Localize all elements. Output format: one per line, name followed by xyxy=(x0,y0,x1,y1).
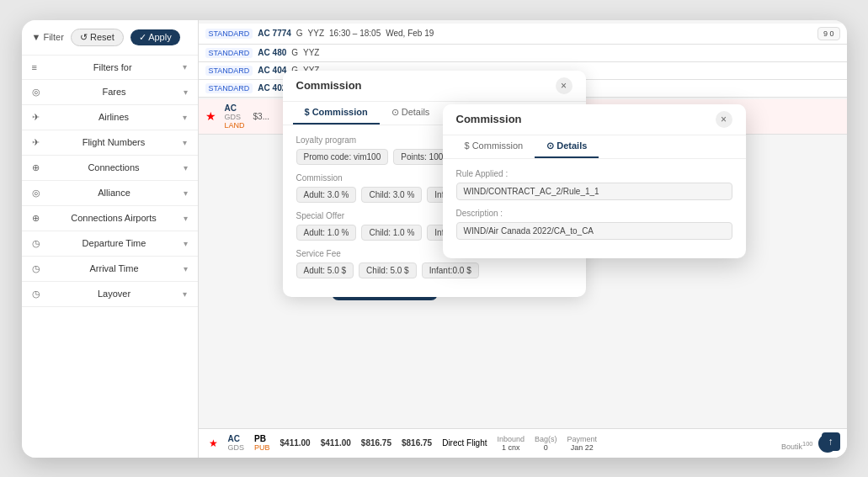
tab-details-1[interactable]: ⊙ Details xyxy=(380,102,442,125)
bottom-fare-type: PB xyxy=(254,434,270,443)
price-small: $3... xyxy=(253,112,269,121)
app-container: ▼ Filter ↺ Reset ✓ Apply ≡ Filters for ▾… xyxy=(22,20,847,458)
chevron-down-icon: ▾ xyxy=(183,138,187,147)
flight-row: STANDARD AC 480 G YYZ xyxy=(199,45,847,62)
flight-date: Wed, Feb 19 xyxy=(386,29,434,38)
bottom-bags-info: Bag(s) 0 xyxy=(535,435,557,452)
bottom-fare-info: PB PUB xyxy=(254,434,270,452)
chevron-down-icon: ▾ xyxy=(184,214,188,223)
airport-code: YYZ xyxy=(308,29,324,38)
rule-applied-value: WIND/CONTRACT_AC_2/Rule_1_1 xyxy=(456,183,732,200)
tab-commission-1[interactable]: $ Commission xyxy=(293,102,380,125)
child-fee-chip: Child: 5.0 $ xyxy=(359,262,417,278)
adult-comm-chip: Adult: 3.0 % xyxy=(296,187,357,203)
sidebar: ▼ Filter ↺ Reset ✓ Apply ≡ Filters for ▾… xyxy=(22,20,199,458)
gds-label: GDS xyxy=(225,113,245,121)
sidebar-section-label: Airlines xyxy=(99,112,129,122)
bottom-price3: $816.75 xyxy=(361,438,391,448)
flight-badge: STANDARD xyxy=(205,29,253,39)
chevron-down-icon: ▾ xyxy=(183,113,187,122)
flight-class: G xyxy=(296,29,303,38)
bottom-price1: $411.00 xyxy=(280,438,311,448)
description-value: WIND/Air Canada 2022/CA_to_CA xyxy=(456,222,732,240)
sidebar-item-layover[interactable]: ◷ Layover ▾ xyxy=(22,282,198,307)
description-label: Description : xyxy=(456,209,732,218)
infant-fee-chip: Infant:0.0 $ xyxy=(422,262,479,278)
sidebar-section-icon: ◎ xyxy=(32,87,40,98)
bottom-star-icon: ★ xyxy=(209,437,218,449)
sidebar-section-label: Fares xyxy=(102,87,125,97)
flight-seats: 9 0 xyxy=(817,27,840,40)
sidebar-header: ▼ Filter ↺ Reset ✓ Apply xyxy=(22,20,198,56)
bottom-inbound-info: Inbound 1 cnx xyxy=(498,435,525,452)
airline-code: AC 404 xyxy=(258,66,286,75)
main-content: STANDARD AC 7774 G YYZ 16:30 – 18:05 Wed… xyxy=(199,20,847,458)
promo-code-chip: Promo code: vim100 xyxy=(296,149,389,165)
tab-details-2[interactable]: ⊙ Details xyxy=(535,135,599,158)
sidebar-item-departure-time[interactable]: ◷ Departure Time ▾ xyxy=(22,231,198,257)
filter-icon: ▼ Filter xyxy=(32,32,64,42)
airline-code: AC 480 xyxy=(258,48,286,57)
flight-badge: STANDARD xyxy=(205,48,253,58)
sidebar-section-icon: ⊕ xyxy=(32,213,40,224)
flight-badge: STANDARD xyxy=(205,83,253,93)
flight-times: 16:30 – 18:05 xyxy=(329,29,381,38)
reset-button[interactable]: ↺ Reset xyxy=(71,29,124,46)
bags-value: 0 xyxy=(544,443,548,452)
star-icon: ★ xyxy=(205,109,216,123)
airport-code: YYZ xyxy=(303,48,319,57)
bottom-gds-label: GDS xyxy=(228,443,245,452)
sidebar-section-label: Connections Airports xyxy=(71,213,157,223)
sidebar-item-flight-numbers[interactable]: ✈ Flight Numbers ▾ xyxy=(22,130,198,156)
chevron-down-icon: ▾ xyxy=(184,239,188,248)
sidebar-item-airlines[interactable]: ✈ Airlines ▾ xyxy=(22,105,198,130)
bags-label: Bag(s) xyxy=(535,435,557,443)
adult-fee-chip: Adult: 5.0 $ xyxy=(296,262,354,278)
sidebar-section-icon: ◷ xyxy=(32,289,40,299)
sidebar-section-label: Filters for xyxy=(93,62,132,72)
flight-badge: STANDARD xyxy=(205,66,253,76)
sidebar-section-label: Arrival Time xyxy=(89,263,138,273)
bottom-price4: $816.75 xyxy=(402,438,432,448)
inbound-value: 1 cnx xyxy=(502,443,520,452)
payment-value: Jan 22 xyxy=(571,443,594,452)
sidebar-section-label: Layover xyxy=(98,289,130,299)
sidebar-section-icon: ⊕ xyxy=(32,162,40,173)
scroll-up-button[interactable]: ↑ xyxy=(822,432,840,451)
airline-code: AC xyxy=(225,103,245,113)
sidebar-section-icon: ◎ xyxy=(32,188,40,199)
sidebar-item-arrival-time[interactable]: ◷ Arrival Time ▾ xyxy=(22,257,198,282)
boutik-badge: Boutik100 xyxy=(781,440,813,451)
apply-button[interactable]: ✓ Apply xyxy=(130,29,180,45)
modal-2-body: Rule Applied : WIND/CONTRACT_AC_2/Rule_1… xyxy=(443,159,746,258)
adult-special-chip: Adult: 1.0 % xyxy=(296,225,357,241)
chevron-down-icon: ▾ xyxy=(184,163,188,172)
bottom-connection-type: Direct Flight xyxy=(442,438,487,448)
modal-1-close-button[interactable]: × xyxy=(556,77,572,94)
sidebar-item-alliance[interactable]: ◎ Alliance ▾ xyxy=(22,181,198,206)
bottom-price2: $411.00 xyxy=(321,438,351,448)
sidebar-item-connections[interactable]: ⊕ Connections ▾ xyxy=(22,156,198,181)
chevron-down-icon: ▾ xyxy=(184,264,188,273)
tab-commission-2[interactable]: $ Commission xyxy=(453,135,535,158)
bottom-payment-info: Payment Jan 22 xyxy=(567,435,598,452)
bottom-airline-info: AC GDS xyxy=(228,434,245,452)
child-comm-chip: Child: 3.0 % xyxy=(361,187,422,203)
flight-row: STANDARD AC 7774 G YYZ 16:30 – 18:05 Wed… xyxy=(199,24,847,45)
land-label: LAND xyxy=(225,121,245,130)
sidebar-section-label: Departure Time xyxy=(83,238,146,248)
chevron-down-icon: ▾ xyxy=(183,62,187,72)
sidebar-section-label: Connections xyxy=(88,162,139,172)
flight-class: G xyxy=(291,48,298,57)
commission-modal-2: Commission × $ Commission ⊙ Details Rule… xyxy=(443,104,746,258)
sidebar-item-fares[interactable]: ◎ Fares ▾ xyxy=(22,80,198,105)
sidebar-section-label: Alliance xyxy=(98,188,130,198)
sidebar-section-icon: ✈ xyxy=(32,112,40,123)
bottom-airline-code: AC xyxy=(228,434,245,443)
sidebar-item-connections-airports[interactable]: ⊕ Connections Airports ▾ xyxy=(22,206,198,231)
sidebar-sections: ≡ Filters for ▾ ◎ Fares ▾ ✈ Airlines ▾ ✈… xyxy=(22,56,198,307)
sidebar-item-filters-for[interactable]: ≡ Filters for ▾ xyxy=(22,56,198,80)
modal-2-tabs: $ Commission ⊙ Details xyxy=(443,135,746,159)
modal-2-close-button[interactable]: × xyxy=(716,111,732,128)
bottom-row: ★ AC GDS PB PUB $411.00 $411.00 $816.75 … xyxy=(199,428,847,458)
